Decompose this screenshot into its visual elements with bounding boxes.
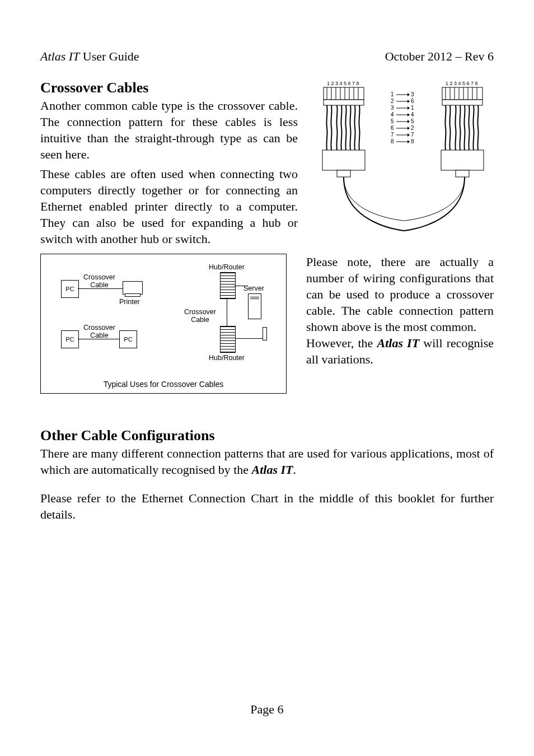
diagram-caption: Typical Uses for Crossover Cables (41, 380, 286, 389)
svg-rect-11 (337, 170, 350, 177)
pc-box-3: PC (119, 330, 137, 348)
section1b-text: Please note, there are actually a number… (306, 254, 494, 367)
svg-marker-30 (407, 100, 410, 103)
crossover-wiring-figure: 1 2 3 4 5 6 7 8 (315, 80, 494, 239)
line-hub-server-1 (235, 286, 248, 286)
hub-top (220, 272, 236, 299)
pc-box-1: PC (61, 280, 79, 298)
section2-p2: Please refer to the Ethernet Connection … (40, 490, 494, 522)
pc-box-2: PC (61, 330, 79, 348)
line-2 (78, 339, 119, 339)
crossover-label-1: Crossover Cable (83, 273, 115, 289)
svg-text:7: 7 (411, 132, 414, 138)
svg-marker-54 (407, 140, 410, 143)
svg-rect-0 (324, 87, 364, 100)
svg-text:7: 7 (391, 132, 394, 138)
server-tower (263, 327, 267, 340)
svg-text:5: 5 (411, 118, 414, 124)
svg-marker-50 (407, 133, 410, 137)
svg-text:3: 3 (411, 91, 414, 97)
printer-box (123, 281, 143, 295)
svg-marker-26 (407, 93, 410, 96)
server-box (248, 293, 261, 319)
svg-text:4: 4 (391, 111, 394, 118)
section1-p2: These cables are often used when connect… (40, 166, 298, 247)
svg-rect-10 (322, 150, 365, 170)
connector-left: 1 2 3 4 5 6 7 8 (322, 81, 365, 177)
pins-left-label: 1 2 3 4 5 6 7 8 (327, 81, 359, 86)
section1-p1: Another common cable type is the crossov… (40, 97, 298, 162)
section2-p1-em: Atlas IT (252, 463, 293, 477)
printer-base (125, 293, 140, 297)
header-right: October 2012 – Rev 6 (385, 49, 494, 64)
header-product: Atlas IT (40, 49, 79, 63)
svg-text:8: 8 (411, 138, 414, 144)
svg-text:5: 5 (391, 118, 394, 124)
header-left: Atlas IT User Guide (40, 49, 139, 64)
svg-rect-23 (456, 170, 469, 177)
svg-marker-34 (407, 106, 410, 110)
svg-rect-22 (441, 150, 484, 170)
pin-mapping: 1326314455627788 (391, 91, 414, 144)
svg-text:6: 6 (391, 125, 394, 131)
pc-label-2: PC (65, 336, 74, 343)
line-1 (78, 288, 123, 289)
uses-diagram: PC Crossover Cable Printer PC Crossover … (40, 254, 287, 394)
svg-marker-42 (407, 120, 410, 123)
svg-text:2: 2 (411, 125, 414, 131)
crossover-label-3: Crossover Cable (184, 308, 216, 324)
pins-right-label: 1 2 3 4 5 6 7 8 (446, 81, 478, 86)
section1b-p3a: Please note, there are actually a number… (306, 255, 494, 334)
svg-text:8: 8 (391, 138, 394, 144)
section1-heading: Crossover Cables (40, 80, 298, 96)
section1b-p3b-em: Atlas IT (377, 336, 419, 350)
svg-text:6: 6 (411, 98, 414, 104)
svg-marker-46 (407, 127, 410, 130)
svg-text:1: 1 (391, 91, 394, 97)
svg-text:2: 2 (391, 98, 394, 104)
pc-label: PC (65, 286, 74, 292)
hubrouter-label-top: Hub/Router (209, 263, 245, 271)
svg-rect-9 (324, 100, 364, 105)
pc-label-3: PC (124, 336, 132, 343)
svg-rect-12 (442, 87, 483, 100)
crossover-label-2: Crossover Cable (83, 324, 115, 339)
wiring-svg: 1 2 3 4 5 6 7 8 (315, 80, 494, 236)
printer-label: Printer (119, 298, 140, 306)
svg-marker-38 (407, 113, 410, 116)
section2-p1: There are many different connection patt… (40, 445, 494, 478)
hubrouter-label-bottom: Hub/Router (209, 354, 245, 362)
line-hub-server-2 (235, 338, 263, 339)
svg-text:4: 4 (411, 111, 414, 118)
section2-p1-post: . (293, 463, 297, 477)
page-footer: Page 6 (0, 702, 534, 717)
header-doc: User Guide (79, 49, 139, 63)
svg-text:1: 1 (411, 105, 414, 111)
page-header: Atlas IT User Guide October 2012 – Rev 6 (40, 49, 494, 64)
section2-heading: Other Cable Configurations (40, 427, 494, 444)
svg-text:3: 3 (391, 105, 394, 111)
hub-bottom (220, 326, 236, 353)
svg-rect-21 (442, 100, 483, 105)
section1b-p3b-pre: However, the (306, 336, 377, 350)
connector-right: 1 2 3 4 5 6 7 8 (441, 81, 484, 177)
vline-hubs (227, 298, 227, 326)
cable-outer (344, 177, 465, 231)
